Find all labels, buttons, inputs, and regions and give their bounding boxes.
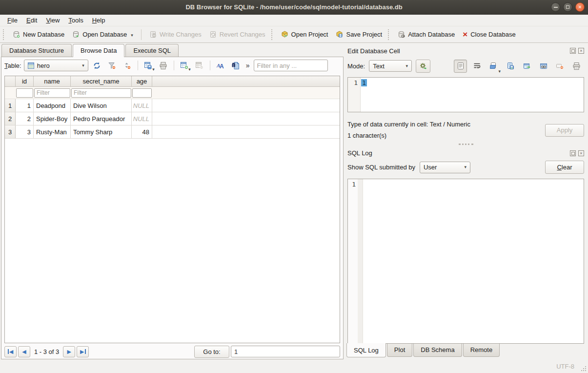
cell-age[interactable]: NULL [132,99,152,112]
submitted-by-select[interactable]: User ▾ [420,162,470,173]
next-record-button[interactable]: ▶ [63,346,75,357]
auto-switch-mode-button[interactable] [416,60,430,73]
print-cell-button[interactable] [570,60,583,73]
corner-header[interactable] [5,76,16,86]
cell-id[interactable]: 3 [16,125,34,138]
cell-editor[interactable]: 1 1 [347,77,584,112]
table-select[interactable]: hero ▾ [24,60,88,71]
tab-browse-data[interactable]: Browse Data [73,44,124,57]
tab-execute-sql[interactable]: Execute SQL [125,44,179,57]
attach-database-button[interactable]: Attach Database [394,28,459,41]
open-database-button[interactable]: Open Database ▾ [68,28,137,41]
cell-name[interactable]: Rusty-Man [34,125,71,138]
clear-filters-button[interactable] [106,59,119,72]
column-header-name[interactable]: name [34,76,71,86]
cell-age[interactable]: 48 [132,125,152,138]
cell-editor-value[interactable]: 1 [361,79,367,86]
cell-age[interactable]: NULL [132,112,152,125]
menu-view[interactable]: View [41,15,64,25]
refresh-icon [93,62,101,70]
filter-input-id[interactable] [16,88,33,98]
sql-log-content[interactable] [363,179,364,344]
copy-link-button[interactable] [537,60,550,73]
row-number[interactable]: 1 [5,99,16,112]
grid-header: id name secret_name age [5,76,340,87]
right-panel: Edit Database Cell × Mode: Text ▾ [344,43,588,359]
save-project-button[interactable]: Save Project [332,28,386,41]
font-button[interactable]: AA [214,59,227,72]
cell-secret-name[interactable]: Dive Wilson [71,99,132,112]
cell-secret-name[interactable]: Tommy Sharp [71,125,132,138]
tab-db-schema[interactable]: DB Schema [413,344,462,357]
delete-record-icon [195,62,204,70]
toolbar-grip[interactable] [3,29,6,40]
new-database-button[interactable]: New Database [9,28,68,41]
tab-sql-log[interactable]: SQL Log [346,343,386,357]
tab-database-structure[interactable]: Database Structure [1,44,72,57]
table-row: 1 1 Deadpond Dive Wilson NULL [5,99,340,112]
tab-remote[interactable]: Remote [463,344,500,357]
set-null-button[interactable] [553,60,567,73]
titlebar[interactable]: DB Browser for SQLite - /home/user/code/… [0,0,588,15]
cell-id[interactable]: 2 [16,112,34,125]
cell-name[interactable]: Deadpond [34,99,71,112]
close-dock-icon[interactable]: × [578,48,584,54]
column-header-id[interactable]: id [16,76,34,86]
refresh-button[interactable] [91,59,103,72]
next-record-icon: ▶ [67,349,71,355]
filter-input-secret-name[interactable] [71,88,131,98]
column-header-secret-name[interactable]: secret_name [71,76,132,86]
save-results-button[interactable]: ▾ [142,59,155,72]
row-number[interactable]: 3 [5,125,16,138]
filter-input-age[interactable] [132,88,152,98]
toolbar-grip[interactable] [271,29,274,40]
text-mode-button[interactable] [454,60,467,73]
first-record-button[interactable]: ◀ [4,346,17,357]
float-dock-icon[interactable] [570,150,576,156]
resize-grip[interactable] [581,366,587,372]
filter-any-input[interactable] [254,60,328,71]
open-in-external-button[interactable] [520,60,533,73]
row-number[interactable]: 2 [5,112,16,125]
cell-id[interactable]: 1 [16,99,34,112]
cell-secret-name[interactable]: Pedro Parqueador [71,112,132,125]
export-cell-data-button[interactable] [504,60,517,73]
auto-switch-mode-icon [419,62,427,70]
filter-input-name[interactable] [34,88,70,98]
close-button[interactable]: × [575,2,585,12]
menu-edit[interactable]: Edit [22,15,41,25]
menu-help[interactable]: Help [88,15,110,25]
previous-record-button[interactable]: ◀ [18,346,30,357]
open-database-label: Open Database [82,31,127,38]
minimize-button[interactable] [551,2,560,12]
import-cell-data-button[interactable]: ▾ [487,60,500,73]
open-project-button[interactable]: Open Project [277,28,332,41]
dock-splitter[interactable] [346,142,585,147]
clear-log-button[interactable]: Clear [545,161,584,174]
clear-sort-button[interactable] [121,59,134,72]
mode-label: Mode: [347,62,365,70]
menu-tools[interactable]: Tools [64,15,87,25]
open-database-caret-icon[interactable]: ▾ [131,33,133,38]
mode-select[interactable]: Text ▾ [369,60,412,72]
maximize-button[interactable] [563,2,572,12]
menu-file[interactable]: File [3,15,22,25]
toolbar-grip[interactable] [388,29,391,40]
close-database-button[interactable]: × Close Database [459,28,519,41]
goto-input[interactable] [231,346,340,357]
sql-log-editor[interactable]: 1 [347,179,584,344]
print-button[interactable] [157,59,170,72]
word-wrap-button[interactable] [470,60,484,73]
tab-plot[interactable]: Plot [387,344,412,357]
toolbar-overflow-chevron-icon[interactable]: » [246,62,250,69]
close-dock-icon[interactable]: × [578,150,584,156]
cell-name[interactable]: Spider-Boy [34,112,71,125]
column-header-age[interactable]: age [132,76,152,86]
new-record-button[interactable]: ▾ [178,59,191,72]
last-record-button[interactable]: ▶ [77,346,89,357]
document-icon [457,62,464,70]
float-dock-icon[interactable] [570,48,576,54]
filter-filler [152,87,340,99]
find-in-table-button[interactable] [229,59,242,72]
goto-button[interactable]: Go to: [194,346,229,358]
